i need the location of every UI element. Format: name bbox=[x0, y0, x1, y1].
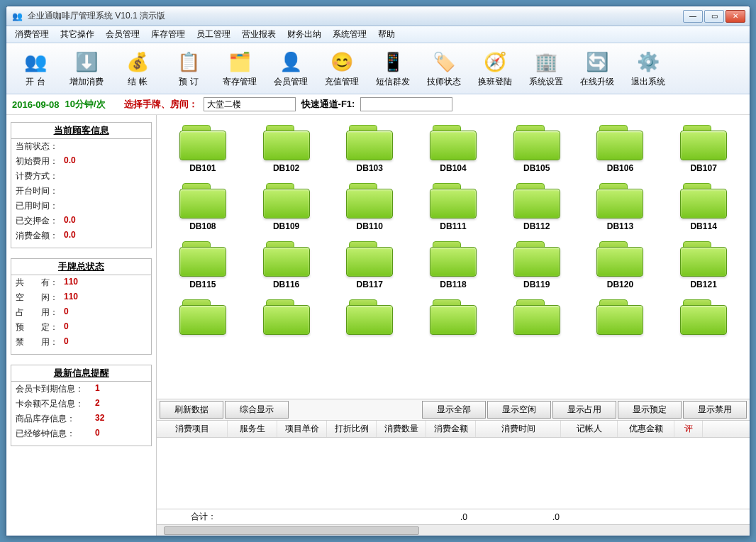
room-empty[interactable] bbox=[495, 297, 579, 341]
menu-其它操作[interactable]: 其它操作 bbox=[55, 27, 100, 42]
info-key: 会员卡到期信息： bbox=[16, 383, 95, 395]
col-记帐人[interactable]: 记帐人 bbox=[561, 421, 618, 437]
room-DB120[interactable]: DB120 bbox=[579, 238, 662, 292]
info-row: 卡余额不足信息：2 bbox=[11, 397, 151, 411]
room-DB110[interactable]: DB110 bbox=[328, 180, 411, 234]
info-key: 开台时间： bbox=[16, 185, 64, 197]
room-DB118[interactable]: DB118 bbox=[411, 238, 495, 292]
toolbtn-系统设置[interactable]: 🏢系统设置 bbox=[523, 48, 569, 89]
toolbtn-预订[interactable]: 📋预 订 bbox=[165, 48, 212, 89]
display-btn-显示禁用[interactable]: 显示禁用 bbox=[683, 401, 747, 419]
room-DB108[interactable]: DB108 bbox=[161, 180, 245, 234]
display-btn-刷新数据[interactable]: 刷新数据 bbox=[160, 401, 223, 419]
col-消费项目[interactable]: 消费项目 bbox=[157, 421, 228, 437]
col-服务生[interactable]: 服务生 bbox=[228, 421, 277, 437]
tool-label: 开 台 bbox=[26, 76, 45, 88]
toolbtn-开台[interactable]: 👥开 台 bbox=[12, 48, 59, 89]
quick-channel-input[interactable] bbox=[360, 97, 452, 111]
display-btn-显示预定[interactable]: 显示预定 bbox=[618, 401, 682, 419]
info-row: 预 定：0 bbox=[11, 320, 151, 335]
toolbtn-换班登陆[interactable]: 🧭换班登陆 bbox=[472, 48, 518, 89]
menu-会员管理[interactable]: 会员管理 bbox=[100, 27, 145, 42]
panel-cards: 手牌总状态 共 有：110空 闲：110占 用：0预 定：0禁 用：0 bbox=[11, 258, 152, 355]
room-grid-area[interactable]: DB101DB102DB103DB104DB105DB106DB107DB108… bbox=[157, 115, 750, 399]
tool-icon: ⚙️ bbox=[634, 49, 662, 74]
menu-系统管理[interactable]: 系统管理 bbox=[327, 27, 372, 42]
toolbtn-技师状态[interactable]: 🏷️技师状态 bbox=[421, 48, 467, 89]
col-打折比例[interactable]: 打折比例 bbox=[327, 421, 377, 437]
menu-财务出纳[interactable]: 财务出纳 bbox=[282, 27, 327, 42]
room-DB106[interactable]: DB106 bbox=[579, 122, 662, 176]
room-label: DB115 bbox=[189, 280, 216, 289]
room-label: DB112 bbox=[523, 221, 550, 231]
display-btn-显示空闲[interactable]: 显示空闲 bbox=[487, 401, 551, 419]
room-DB113[interactable]: DB113 bbox=[579, 180, 662, 234]
toolbtn-在线升级[interactable]: 🔄在线升级 bbox=[574, 48, 621, 89]
menu-帮助[interactable]: 帮助 bbox=[372, 27, 401, 42]
info-key: 已用时间： bbox=[16, 200, 64, 212]
folder-icon bbox=[512, 125, 562, 160]
scrollbar-thumb[interactable] bbox=[164, 526, 419, 535]
maximize-button[interactable]: ▭ bbox=[704, 10, 724, 23]
menu-库存管理[interactable]: 库存管理 bbox=[145, 27, 191, 42]
display-btn-显示全部[interactable]: 显示全部 bbox=[422, 401, 486, 419]
folder-icon bbox=[428, 299, 478, 335]
room-DB102[interactable]: DB102 bbox=[245, 122, 328, 176]
tool-icon: 📱 bbox=[379, 49, 407, 74]
room-DB119[interactable]: DB119 bbox=[495, 238, 579, 292]
tool-icon: 😊 bbox=[328, 49, 356, 74]
room-DB112[interactable]: DB112 bbox=[495, 180, 579, 234]
room-label: DB118 bbox=[440, 280, 466, 289]
info-key: 预 定： bbox=[16, 321, 64, 333]
tool-icon: 🧭 bbox=[481, 49, 509, 74]
toolbtn-退出系统[interactable]: ⚙️退出系统 bbox=[625, 48, 672, 89]
room-empty[interactable] bbox=[245, 297, 328, 341]
room-DB114[interactable]: DB114 bbox=[662, 180, 745, 234]
toolbtn-结帐[interactable]: 💰结 帐 bbox=[114, 48, 161, 89]
minimize-button[interactable]: — bbox=[683, 10, 703, 23]
room-DB105[interactable]: DB105 bbox=[495, 122, 579, 176]
refresh-rate: 10分钟/次 bbox=[65, 98, 106, 111]
toolbtn-会员管理[interactable]: 👤会员管理 bbox=[267, 48, 314, 89]
toolbtn-增加消费[interactable]: ⬇️增加消费 bbox=[63, 48, 110, 89]
display-btn-显示占用[interactable]: 显示占用 bbox=[552, 401, 616, 419]
consumption-table-body[interactable] bbox=[157, 438, 750, 509]
room-empty[interactable] bbox=[662, 297, 745, 341]
room-DB116[interactable]: DB116 bbox=[245, 238, 328, 292]
room-empty[interactable] bbox=[161, 297, 245, 341]
toolbtn-短信群发[interactable]: 📱短信群发 bbox=[369, 48, 416, 89]
toolbtn-充值管理[interactable]: 😊充值管理 bbox=[318, 48, 365, 89]
horizontal-scrollbar[interactable] bbox=[157, 524, 750, 536]
room-empty[interactable] bbox=[579, 297, 662, 341]
room-empty[interactable] bbox=[328, 297, 411, 341]
display-btn-综合显示[interactable]: 综合显示 bbox=[225, 401, 289, 419]
menu-消费管理[interactable]: 消费管理 bbox=[9, 27, 55, 42]
info-key: 已经够钟信息： bbox=[16, 428, 95, 440]
close-button[interactable]: ✕ bbox=[726, 10, 745, 23]
room-label: DB105 bbox=[523, 163, 550, 173]
col-评[interactable]: 评 bbox=[674, 421, 703, 437]
menu-员工管理[interactable]: 员工管理 bbox=[191, 27, 236, 42]
room-DB107[interactable]: DB107 bbox=[662, 122, 745, 176]
room-DB121[interactable]: DB121 bbox=[662, 238, 745, 292]
tool-icon: 📋 bbox=[174, 49, 203, 74]
col-消费数量[interactable]: 消费数量 bbox=[377, 421, 426, 437]
room-DB115[interactable]: DB115 bbox=[161, 238, 245, 292]
room-DB104[interactable]: DB104 bbox=[411, 122, 495, 176]
col-优惠金额[interactable]: 优惠金额 bbox=[618, 421, 674, 437]
info-val: 2 bbox=[95, 398, 100, 410]
room-DB117[interactable]: DB117 bbox=[328, 238, 411, 292]
room-DB111[interactable]: DB111 bbox=[411, 180, 495, 234]
room-DB109[interactable]: DB109 bbox=[245, 180, 328, 234]
folder-icon bbox=[262, 241, 311, 277]
col-项目单价[interactable]: 项目单价 bbox=[277, 421, 327, 437]
room-empty[interactable] bbox=[411, 297, 495, 341]
toolbtn-寄存管理[interactable]: 🗂️寄存管理 bbox=[216, 48, 263, 89]
col-消费金额[interactable]: 消费金额 bbox=[426, 421, 476, 437]
room-DB101[interactable]: DB101 bbox=[161, 122, 245, 176]
menu-营业报表[interactable]: 营业报表 bbox=[236, 27, 282, 42]
room-DB103[interactable]: DB103 bbox=[328, 122, 411, 176]
info-key: 已交押金： bbox=[16, 215, 64, 227]
col-消费时间[interactable]: 消费时间 bbox=[476, 421, 561, 437]
room-select-input[interactable] bbox=[204, 97, 296, 111]
